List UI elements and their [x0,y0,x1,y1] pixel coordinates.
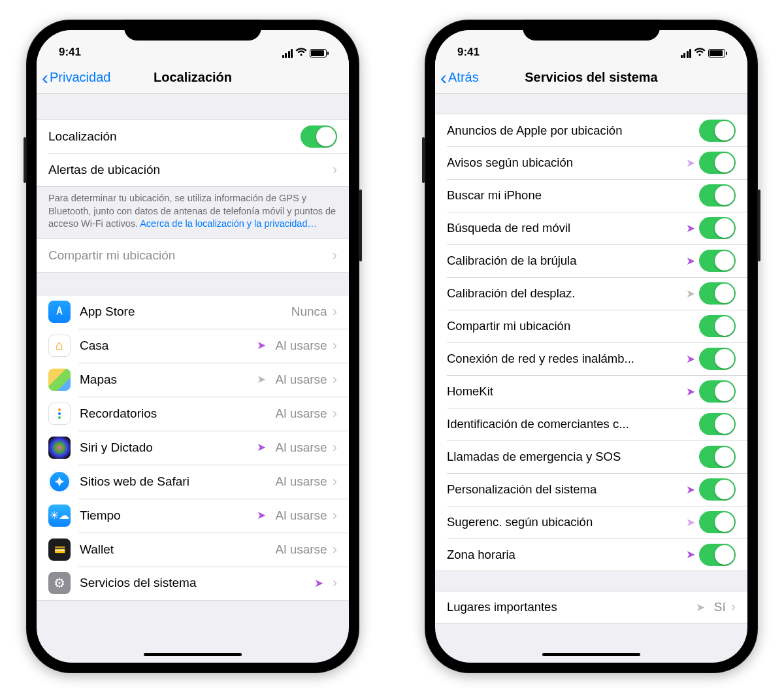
toggle-service[interactable] [699,217,736,239]
privacy-link[interactable]: Acerca de la localización y la privacida… [140,218,317,229]
nav-bar: ‹ Privacidad Localización [37,61,349,94]
toggle-service[interactable] [699,184,736,207]
location-arrow-icon: ➤ [685,352,696,366]
status-icons [681,48,726,59]
service-row[interactable]: Avisos según ubicación ➤ [435,146,747,179]
location-arrow-icon: ➤ [685,385,696,399]
location-arrow-icon: ➤ [685,483,696,497]
toggle-service[interactable] [699,380,736,403]
wifi-icon [694,48,706,59]
location-arrow-icon: ➤ [694,601,706,614]
row-label: Lugares importantes [447,600,694,614]
notch [523,20,660,41]
location-arrow-icon: ➤ [685,156,696,170]
row-important-places[interactable]: Lugares importantes ➤ Sí › [435,591,747,623]
status-time: 9:41 [457,46,480,59]
chevron-right-icon: › [333,541,337,558]
service-row[interactable]: Calibración de la brújula ➤ [435,244,747,277]
toggle-service[interactable] [699,446,736,468]
service-row[interactable]: Conexión de red y redes inalámb... ➤ [435,342,747,375]
app-row[interactable]: Sitios web de Safari Al usarse › [37,465,349,499]
service-row[interactable]: Zona horaria ➤ [435,539,747,571]
app-row[interactable]: ⌂ Casa ➤ Al usarse › [37,329,349,363]
notch [124,20,261,41]
toggle-service[interactable] [699,511,736,533]
toggle-service[interactable] [699,250,736,272]
service-row[interactable]: Sugerenc. según ubicación ➤ [435,506,747,539]
row-detail: Al usarse [275,474,327,489]
chevron-right-icon: › [333,574,337,591]
toggle-service[interactable] [699,544,736,566]
toggle-service[interactable] [699,348,736,370]
row-detail: Al usarse [275,542,327,557]
row-label: Zona horaria [447,548,685,562]
row-share-location[interactable]: Compartir mi ubicación › [37,239,349,273]
row-location-alerts[interactable]: Alertas de ubicación › [37,153,349,187]
toggle-service[interactable] [699,413,736,435]
page-title: Servicios del sistema [525,70,657,85]
app-row[interactable]: ⚙︎ Servicios del sistema ➤ › [37,567,349,601]
row-label: Conexión de red y redes inalámb... [447,352,685,366]
group-services: Anuncios de Apple por ubicación Avisos s… [435,114,747,571]
row-label: Anuncios de Apple por ubicación [447,124,699,138]
service-row[interactable]: Llamadas de emergencia y SOS [435,440,747,473]
app-row[interactable]: Recordatorios Al usarse › [37,397,349,431]
back-label: Atrás [448,70,479,85]
phone-left: 9:41 ‹ Privacidad Localización Localizac… [26,20,359,673]
location-arrow-icon: ➤ [685,254,696,268]
toggle-service[interactable] [699,120,736,142]
service-row[interactable]: Compartir mi ubicación [435,310,747,342]
explain-text: Para determinar tu ubicación, se utiliza… [37,187,349,239]
app-row[interactable]: Mapas ➤ Al usarse › [37,363,349,397]
service-row[interactable]: Calibración del desplaz. ➤ [435,277,747,310]
chevron-right-icon: › [333,303,337,320]
service-row[interactable]: HomeKit ➤ [435,375,747,408]
back-button[interactable]: ‹ Privacidad [42,68,110,88]
appstore-icon [48,301,71,323]
toggle-localization[interactable] [301,125,337,148]
home-indicator[interactable] [144,653,242,656]
toggle-service[interactable] [699,478,736,501]
row-detail: Al usarse [275,508,327,523]
row-label: Avisos según ubicación [447,156,685,170]
chevron-right-icon: › [333,473,337,490]
chevron-right-icon: › [333,405,337,422]
safari-icon [48,471,71,493]
row-localization-toggle[interactable]: Localización [37,119,349,153]
wallet-icon: 💳 [48,539,71,561]
service-row[interactable]: Buscar mi iPhone [435,179,747,212]
chevron-right-icon: › [333,371,337,388]
row-label: Servicios del sistema [80,576,313,590]
toggle-service[interactable] [699,315,736,337]
toggle-service[interactable] [699,282,736,305]
back-button[interactable]: ‹ Atrás [440,68,479,88]
location-arrow-icon: ➤ [685,516,696,529]
location-arrow-icon: ➤ [255,440,267,454]
mapas-icon [48,369,71,391]
row-detail: Al usarse [275,440,327,455]
chevron-right-icon: › [333,439,337,456]
row-detail: Sí [714,600,726,614]
home-indicator[interactable] [542,653,640,656]
row-label: Calibración del desplaz. [447,286,685,301]
app-row[interactable]: Siri y Dictado ➤ Al usarse › [37,431,349,465]
service-row[interactable]: Búsqueda de red móvil ➤ [435,212,747,244]
service-row[interactable]: Personalización del sistema ➤ [435,473,747,506]
row-label: Identificación de comerciantes c... [447,417,699,431]
row-detail: Al usarse [275,339,327,353]
toggle-service[interactable] [699,152,736,174]
row-label: Buscar mi iPhone [447,188,699,203]
location-arrow-icon: ➤ [313,576,325,590]
row-label: Sitios web de Safari [80,474,270,489]
location-arrow-icon: ➤ [685,548,696,561]
row-label: Compartir mi ubicación [48,248,327,263]
app-row[interactable]: App Store Nunca › [37,295,349,329]
app-row[interactable]: 💳 Wallet Al usarse › [37,533,349,567]
nav-bar: ‹ Atrás Servicios del sistema [435,61,747,94]
group-apps: App Store Nunca › ⌂ Casa ➤ Al usarse › M… [37,295,349,601]
service-row[interactable]: Anuncios de Apple por ubicación [435,114,747,146]
app-row[interactable]: ☀︎☁︎ Tiempo ➤ Al usarse › [37,499,349,533]
service-row[interactable]: Identificación de comerciantes c... [435,408,747,440]
row-detail: Al usarse [275,406,327,421]
row-label: Siri y Dictado [80,440,255,455]
